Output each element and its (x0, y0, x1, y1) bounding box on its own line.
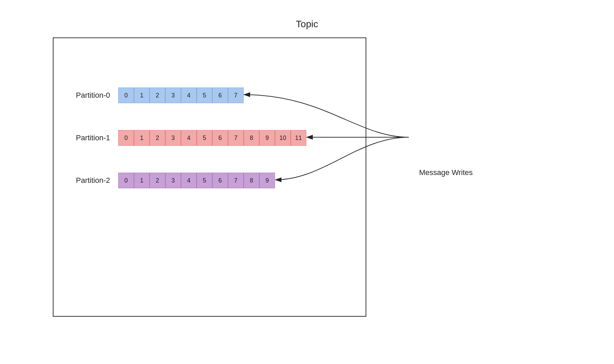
cell-p2-9: 9 (259, 173, 275, 188)
partition-0-cells: 0 1 2 3 4 5 6 7 (118, 88, 244, 103)
cell-p2-2: 2 (150, 173, 165, 188)
cell-p1-8: 8 (244, 130, 259, 146)
cell-p1-2: 2 (150, 130, 165, 146)
cell-p0-2: 2 (150, 88, 165, 103)
cell-p1-4: 4 (181, 130, 197, 146)
cell-p2-7: 7 (228, 173, 244, 188)
cell-p1-11: 11 (291, 130, 306, 146)
partition-0-label: Partition-0 (53, 91, 118, 100)
cell-p0-7: 7 (228, 88, 244, 103)
cell-p0-4: 4 (181, 88, 197, 103)
partition-1-label: Partition-1 (53, 133, 118, 142)
cell-p0-3: 3 (165, 88, 181, 103)
cell-p2-4: 4 (181, 173, 197, 188)
cell-p0-5: 5 (197, 88, 212, 103)
cell-p2-0: 0 (118, 173, 134, 188)
topic-box: Partition-0 0 1 2 3 4 5 6 7 Partition-1 … (53, 37, 366, 317)
cell-p1-0: 0 (118, 130, 134, 146)
cell-p2-6: 6 (212, 173, 228, 188)
partition-row-2: Partition-2 0 1 2 3 4 5 6 7 8 9 (53, 173, 275, 188)
cell-p1-7: 7 (228, 130, 244, 146)
partition-2-label: Partition-2 (53, 176, 118, 185)
cell-p1-3: 3 (165, 130, 181, 146)
partition-1-cells: 0 1 2 3 4 5 6 7 8 9 10 11 (118, 130, 306, 146)
cell-p2-1: 1 (134, 173, 150, 188)
cell-p2-3: 3 (165, 173, 181, 188)
cell-p1-10: 10 (275, 130, 291, 146)
partition-row-1: Partition-1 0 1 2 3 4 5 6 7 8 9 10 11 (53, 130, 306, 146)
topic-title: Topic (296, 19, 318, 30)
cell-p1-9: 9 (259, 130, 275, 146)
cell-p1-1: 1 (134, 130, 150, 146)
cell-p2-8: 8 (244, 173, 259, 188)
page-container: Topic Partition-0 0 1 2 3 4 5 6 7 Partit… (0, 0, 614, 364)
message-writes-label: Message Writes (419, 168, 473, 177)
partition-row-0: Partition-0 0 1 2 3 4 5 6 7 (53, 88, 244, 103)
partition-2-cells: 0 1 2 3 4 5 6 7 8 9 (118, 173, 275, 188)
cell-p0-6: 6 (212, 88, 228, 103)
cell-p1-6: 6 (212, 130, 228, 146)
cell-p0-0: 0 (118, 88, 134, 103)
cell-p2-5: 5 (197, 173, 212, 188)
cell-p0-1: 1 (134, 88, 150, 103)
cell-p1-5: 5 (197, 130, 212, 146)
